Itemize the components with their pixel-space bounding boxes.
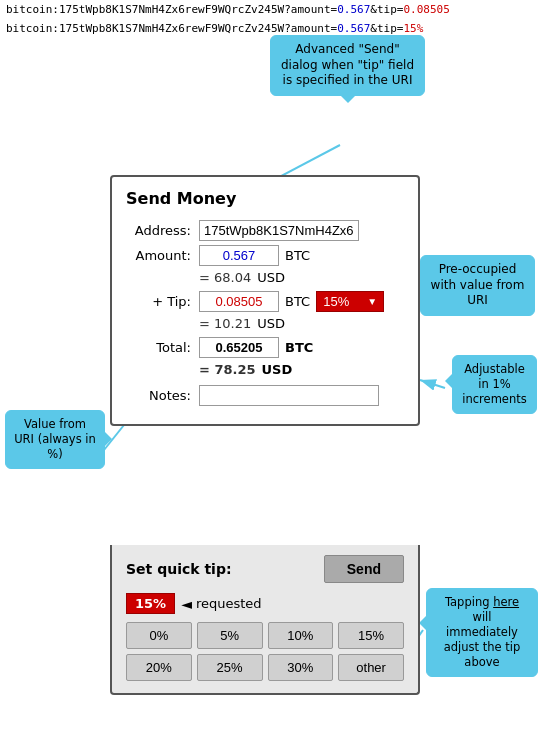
chevron-down-icon: ▼ (367, 296, 377, 307)
total-label: Total: (126, 340, 191, 355)
callout-value-from-uri: Value from URI (always in %) (5, 410, 105, 469)
tip-option-20[interactable]: 20% (126, 654, 192, 681)
address-label: Address: (126, 223, 191, 238)
total-usd-value: = 78.25 (199, 362, 256, 377)
callout-preoccupied: Pre-occupied with value from URI (420, 255, 535, 316)
send-button[interactable]: Send (324, 555, 404, 583)
arrow-left-icon: ◄ (181, 596, 192, 612)
tip-option-30[interactable]: 30% (268, 654, 334, 681)
tip-usd-unit: USD (257, 316, 285, 331)
total-row: Total: BTC (126, 337, 404, 358)
tip-usd-row: = 10.21 USD (199, 316, 404, 331)
requested-text: requested (196, 596, 262, 611)
callout-adjustable: Adjustable in 1% increments (452, 355, 537, 414)
quick-tip-row: Set quick tip: Send (126, 555, 404, 583)
uri-1-amount: 0.567 (337, 3, 370, 16)
uri-2-tip-value: 15% (403, 22, 423, 35)
uri-1-tip-value: 0.08505 (403, 3, 449, 16)
amount-row: Amount: BTC (126, 245, 404, 266)
amount-input[interactable] (199, 245, 279, 266)
amount-usd-unit: USD (257, 270, 285, 285)
uri-1-tip-param: &tip= (370, 3, 403, 16)
uri-line-1: bitcoin:175tWpb8K1S7NmH4Zx6rewF9WQrcZv24… (0, 0, 543, 19)
tip-option-0[interactable]: 0% (126, 622, 192, 649)
total-usd-row: = 78.25 USD (199, 362, 404, 377)
tip-percent-button[interactable]: 15% ▼ (316, 291, 384, 312)
notes-label: Notes: (126, 388, 191, 403)
tip-percent-value: 15% (323, 294, 349, 309)
total-usd-unit: USD (262, 362, 293, 377)
tip-input[interactable] (199, 291, 279, 312)
address-row: Address: (126, 220, 404, 241)
amount-usd-row: = 68.04 USD (199, 270, 404, 285)
tip-option-15[interactable]: 15% (338, 622, 404, 649)
uri-2-amount: 0.567 (337, 22, 370, 35)
amount-usd-value: = 68.04 (199, 270, 251, 285)
tip-row: + Tip: BTC 15% ▼ (126, 291, 404, 312)
tip-unit: BTC (285, 294, 310, 309)
quick-tip-label: Set quick tip: (126, 561, 232, 577)
notes-row: Notes: (126, 385, 404, 406)
address-input[interactable] (199, 220, 359, 241)
tip-option-25[interactable]: 25% (197, 654, 263, 681)
amount-unit: BTC (285, 248, 310, 263)
tip-usd-value: = 10.21 (199, 316, 251, 331)
dialog-title: Send Money (126, 189, 404, 208)
uri-1-prefix: bitcoin:175tWpb8K1S7NmH4Zx6rewF9WQrcZv24… (6, 3, 337, 16)
total-input (199, 337, 279, 358)
callout-tapping: Tapping here will immediately adjust the… (426, 588, 538, 677)
bottom-section: Set quick tip: Send 15% ◄ requested 0% 5… (110, 545, 420, 695)
tip-option-10[interactable]: 10% (268, 622, 334, 649)
notes-input[interactable] (199, 385, 379, 406)
tip-option-other[interactable]: other (338, 654, 404, 681)
total-unit: BTC (285, 340, 313, 355)
tip-options-grid: 0% 5% 10% 15% 20% 25% 30% other (126, 622, 404, 681)
requested-badge: 15% (126, 593, 175, 614)
tip-label: + Tip: (126, 294, 191, 309)
requested-row: 15% ◄ requested (126, 593, 404, 614)
callout-advanced-dialog: Advanced "Send" dialog when "tip" field … (270, 35, 425, 96)
uri-2-tip-param: &tip= (370, 22, 403, 35)
tip-option-5[interactable]: 5% (197, 622, 263, 649)
uri-2-prefix: bitcoin:175tWpb8K1S7NmH4Zx6rewF9WQrcZv24… (6, 22, 337, 35)
send-money-dialog: Send Money Address: Amount: BTC = 68.04 … (110, 175, 420, 426)
amount-label: Amount: (126, 248, 191, 263)
